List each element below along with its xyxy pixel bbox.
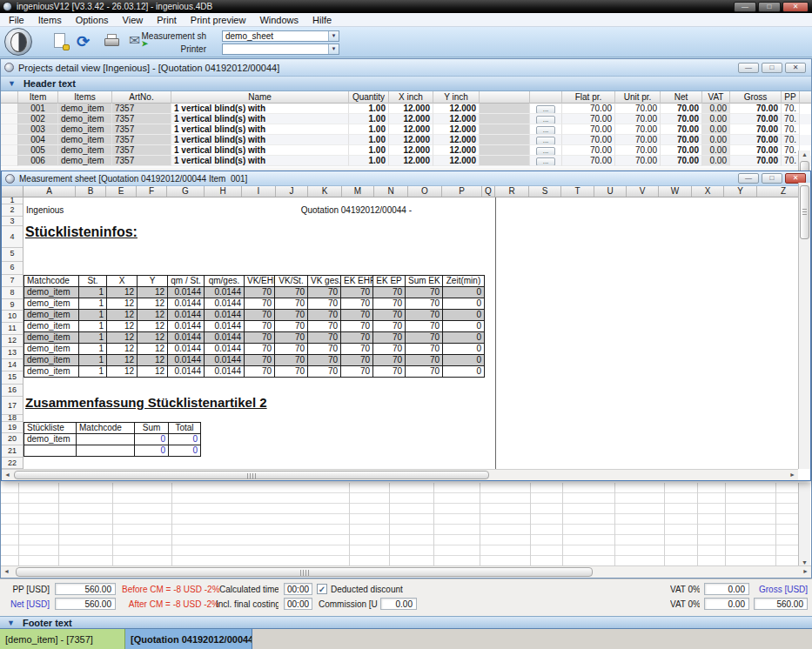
sync-icon[interactable]: ⟳ [77,33,94,50]
commission-field[interactable]: 0.00 [380,598,417,610]
row-more-button[interactable]: ... [536,137,555,145]
sheet-column-header[interactable]: P [442,186,482,197]
sheet-row-header[interactable]: 10 [2,311,23,323]
column-header[interactable]: ArtNo. [112,91,171,104]
vat2-field[interactable]: 0.00 [704,598,749,610]
sheet-row-header[interactable]: 7 [2,275,23,287]
sheet-column-header[interactable]: S [529,186,561,197]
calculated-time-field[interactable]: 00:00 [284,583,312,595]
sheet-column-header[interactable]: G [167,186,205,197]
column-header[interactable]: Y inch [433,91,480,104]
sheet-row-header[interactable]: 6 [2,262,23,275]
column-header[interactable]: Net [661,91,702,104]
scroll-left-icon[interactable]: ◄ [3,568,10,574]
incl-final-costing-field[interactable]: 00:00 [284,598,312,610]
menu-item[interactable]: File [2,13,31,27]
projects-window-titlebar[interactable]: Projects detail view [Ingenious] - [Quot… [1,59,811,77]
sheet-column-header[interactable]: W [659,186,692,197]
sheet-row-header[interactable]: 20 [2,433,23,445]
sheet-row-header[interactable]: 19 [2,422,23,433]
document-lock-icon[interactable] [52,33,70,50]
sheet-column-header[interactable]: V [627,186,659,197]
column-header[interactable] [530,91,562,104]
sheet-horizontal-scrollbar[interactable]: ◄ ► [2,469,798,480]
row-selector[interactable] [1,156,18,166]
sheet-column-header[interactable]: A [23,186,76,197]
minimize-icon[interactable]: — [738,173,759,184]
scrollbar-thumb[interactable] [14,471,489,479]
scroll-right-icon[interactable]: ► [802,568,809,574]
sheet-row-header[interactable]: 16 [2,385,23,397]
sheet-column-header[interactable]: X [692,186,724,197]
maximize-icon[interactable]: □ [762,63,782,73]
sheet-column-header[interactable]: T [561,186,594,197]
sheet-column-header[interactable]: J [276,186,308,197]
sheet-row-header[interactable]: 22 [2,458,23,469]
deducted-discount-checkbox[interactable]: ✓ [317,584,327,594]
scroll-up-icon[interactable]: ▲ [799,151,810,159]
row-more-button[interactable]: ... [536,116,555,124]
sheet-column-header[interactable]: U [594,186,627,197]
sheet-grid[interactable]: 12345678910111213141516171819202122 Inge… [2,197,810,469]
sheet-row-header[interactable]: 8 [2,287,23,299]
column-header[interactable]: Flat pr. [562,91,615,104]
row-selector[interactable] [1,104,18,114]
sheet-window-titlebar[interactable]: Measurement sheet [Quotation 04192012/00… [2,171,810,186]
sheet-row-header[interactable]: 2 [2,204,23,217]
measurement-sheet-select[interactable]: demo_sheet ▼ [222,30,339,42]
sheet-row-header[interactable]: 4 [2,226,23,248]
app-logo-button[interactable] [4,28,32,56]
sheet-row-header[interactable]: 14 [2,359,23,371]
sheet-column-header[interactable]: I [242,186,276,197]
row-more-button[interactable]: ... [536,157,555,166]
table-row[interactable]: 004 demo_item 7357 1 vertical blind(s) w… [1,135,811,145]
close-icon[interactable]: ✕ [782,2,809,12]
column-header[interactable]: X inch [389,91,433,104]
scroll-right-icon[interactable]: ► [789,472,795,478]
net-field[interactable]: 560.00 [55,598,116,610]
table-row[interactable]: 003 demo_item 7357 1 vertical blind(s) w… [1,124,811,135]
sheet-row-header[interactable]: 3 [2,217,23,226]
header-text-expander[interactable]: ▼ Header text [1,77,811,91]
row-selector[interactable] [1,135,18,145]
gross-field[interactable]: 560.00 [754,598,808,610]
scroll-down-icon[interactable]: ▼ [799,559,810,565]
sheet-row-header[interactable]: 13 [2,347,23,359]
table-row[interactable]: 006 demo_item 7357 1 vertical blind(s) w… [1,156,811,166]
minimize-icon[interactable]: — [734,2,756,12]
sheet-column-header[interactable]: B [76,186,106,197]
table-row[interactable]: 002 demo_item 7357 1 vertical blind(s) w… [1,114,811,124]
select-all-corner[interactable] [2,186,23,197]
column-header[interactable]: PP [782,91,800,104]
sheet-row-header[interactable]: 21 [2,445,23,458]
row-selector[interactable] [1,114,18,124]
row-more-button[interactable]: ... [536,105,555,114]
sheet-column-header[interactable]: O [408,186,442,197]
projects-horizontal-scrollbar[interactable]: ◄ ► [1,565,811,578]
sheet-row-header[interactable]: 1 [2,197,23,204]
menu-item[interactable]: Print [150,13,184,27]
table-row[interactable]: 001 demo_item 7357 1 vertical blind(s) w… [1,104,811,114]
sheet-row-header[interactable]: 18 [2,415,23,422]
menu-item[interactable]: Windows [252,13,305,27]
sheet-column-header[interactable]: K [308,186,342,197]
row-more-button[interactable]: ... [536,126,555,135]
sheet-column-header[interactable]: E [106,186,137,197]
scroll-left-icon[interactable]: ◄ [4,472,10,478]
column-header[interactable]: VAT [702,91,730,104]
sheet-row-header[interactable]: 12 [2,335,23,347]
scrollbar-thumb[interactable] [800,185,809,239]
sheet-column-header[interactable]: Y [724,186,757,197]
table-row[interactable]: 005 demo_item 7357 1 vertical blind(s) w… [1,145,811,156]
sheet-column-header[interactable]: H [205,186,242,197]
column-header[interactable]: Gross [730,91,782,104]
sheet-row-header[interactable]: 5 [2,248,23,262]
menu-item[interactable]: Options [69,13,116,27]
tab-demo-item[interactable]: [demo_item] - [7357] [0,629,125,649]
sheet-vertical-scrollbar[interactable] [798,183,810,469]
chevron-down-icon[interactable]: ▼ [328,31,339,41]
row-selector[interactable] [1,145,18,156]
menu-item[interactable]: Hilfe [305,13,339,27]
sheet-column-header[interactable]: F [137,186,167,197]
sheet-row-header[interactable]: 17 [2,397,23,415]
